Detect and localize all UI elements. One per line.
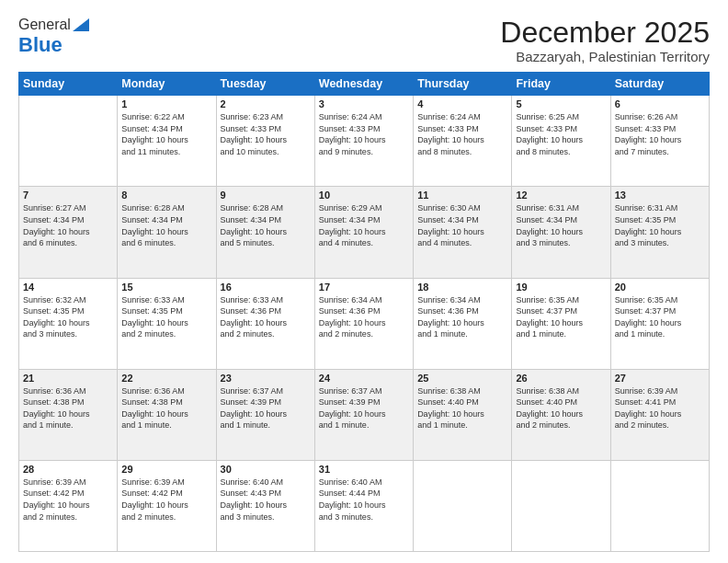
week-row-1: 1Sunrise: 6:22 AM Sunset: 4:34 PM Daylig… xyxy=(19,96,710,187)
day-info: Sunrise: 6:39 AM Sunset: 4:42 PM Dayligh… xyxy=(121,477,211,523)
calendar-cell: 17Sunrise: 6:34 AM Sunset: 4:36 PM Dayli… xyxy=(314,278,413,369)
day-info: Sunrise: 6:26 AM Sunset: 4:33 PM Dayligh… xyxy=(615,111,705,157)
day-number: 16 xyxy=(221,282,311,293)
day-number: 19 xyxy=(516,282,606,293)
calendar-cell: 30Sunrise: 6:40 AM Sunset: 4:43 PM Dayli… xyxy=(216,460,314,551)
day-number: 17 xyxy=(319,282,409,293)
calendar-cell: 16Sunrise: 6:33 AM Sunset: 4:36 PM Dayli… xyxy=(216,278,314,369)
day-info: Sunrise: 6:39 AM Sunset: 4:42 PM Dayligh… xyxy=(23,477,113,523)
calendar-body: 1Sunrise: 6:22 AM Sunset: 4:34 PM Daylig… xyxy=(19,96,710,552)
day-info: Sunrise: 6:35 AM Sunset: 4:37 PM Dayligh… xyxy=(516,294,606,340)
day-info: Sunrise: 6:39 AM Sunset: 4:41 PM Dayligh… xyxy=(615,385,705,431)
day-number: 13 xyxy=(615,190,705,201)
day-number: 30 xyxy=(221,464,311,475)
day-info: Sunrise: 6:37 AM Sunset: 4:39 PM Dayligh… xyxy=(319,385,409,431)
week-row-5: 28Sunrise: 6:39 AM Sunset: 4:42 PM Dayli… xyxy=(19,460,710,551)
day-number: 31 xyxy=(319,464,409,475)
logo-blue-text: Blue xyxy=(18,33,63,57)
day-number: 8 xyxy=(121,190,211,201)
weekday-tuesday: Tuesday xyxy=(216,73,314,96)
day-number: 12 xyxy=(516,190,606,201)
day-number: 10 xyxy=(319,190,409,201)
day-number: 23 xyxy=(221,373,311,384)
day-info: Sunrise: 6:34 AM Sunset: 4:36 PM Dayligh… xyxy=(417,294,507,340)
calendar-cell: 7Sunrise: 6:27 AM Sunset: 4:34 PM Daylig… xyxy=(19,187,118,278)
day-number: 28 xyxy=(23,464,113,475)
weekday-sunday: Sunday xyxy=(19,73,118,96)
day-info: Sunrise: 6:36 AM Sunset: 4:38 PM Dayligh… xyxy=(121,385,211,431)
calendar-cell: 10Sunrise: 6:29 AM Sunset: 4:34 PM Dayli… xyxy=(314,187,413,278)
calendar-cell: 18Sunrise: 6:34 AM Sunset: 4:36 PM Dayli… xyxy=(414,278,512,369)
day-number: 25 xyxy=(417,373,507,384)
day-number: 14 xyxy=(23,282,113,293)
weekday-monday: Monday xyxy=(118,73,216,96)
day-info: Sunrise: 6:33 AM Sunset: 4:35 PM Dayligh… xyxy=(121,294,211,340)
week-row-4: 21Sunrise: 6:36 AM Sunset: 4:38 PM Dayli… xyxy=(19,369,710,460)
day-info: Sunrise: 6:40 AM Sunset: 4:43 PM Dayligh… xyxy=(221,477,311,523)
day-info: Sunrise: 6:38 AM Sunset: 4:40 PM Dayligh… xyxy=(516,385,606,431)
calendar-cell: 19Sunrise: 6:35 AM Sunset: 4:37 PM Dayli… xyxy=(512,278,610,369)
day-number: 22 xyxy=(121,373,211,384)
day-info: Sunrise: 6:30 AM Sunset: 4:34 PM Dayligh… xyxy=(417,202,507,248)
location: Bazzaryah, Palestinian Territory xyxy=(500,49,710,64)
day-number: 11 xyxy=(417,190,507,201)
day-number: 15 xyxy=(121,282,211,293)
day-info: Sunrise: 6:29 AM Sunset: 4:34 PM Dayligh… xyxy=(319,202,409,248)
day-number: 29 xyxy=(121,464,211,475)
header: General Blue December 2025 Bazzaryah, Pa… xyxy=(18,17,710,64)
calendar-cell: 6Sunrise: 6:26 AM Sunset: 4:33 PM Daylig… xyxy=(610,96,709,187)
calendar-cell: 20Sunrise: 6:35 AM Sunset: 4:37 PM Dayli… xyxy=(610,278,709,369)
page: General Blue December 2025 Bazzaryah, Pa… xyxy=(0,0,728,563)
calendar-cell: 15Sunrise: 6:33 AM Sunset: 4:35 PM Dayli… xyxy=(118,278,216,369)
day-number: 4 xyxy=(417,98,507,109)
day-number: 5 xyxy=(516,98,606,109)
day-number: 20 xyxy=(615,282,705,293)
day-number: 21 xyxy=(23,373,113,384)
day-info: Sunrise: 6:35 AM Sunset: 4:37 PM Dayligh… xyxy=(615,294,705,340)
calendar-cell: 5Sunrise: 6:25 AM Sunset: 4:33 PM Daylig… xyxy=(512,96,610,187)
day-info: Sunrise: 6:38 AM Sunset: 4:40 PM Dayligh… xyxy=(417,385,507,431)
title-block: December 2025 Bazzaryah, Palestinian Ter… xyxy=(500,17,710,64)
calendar-cell: 13Sunrise: 6:31 AM Sunset: 4:35 PM Dayli… xyxy=(610,187,709,278)
weekday-header-row: SundayMondayTuesdayWednesdayThursdayFrid… xyxy=(19,73,710,96)
day-info: Sunrise: 6:25 AM Sunset: 4:33 PM Dayligh… xyxy=(516,111,606,157)
calendar-cell xyxy=(610,460,709,551)
day-info: Sunrise: 6:27 AM Sunset: 4:34 PM Dayligh… xyxy=(23,202,113,248)
day-number: 6 xyxy=(615,98,705,109)
day-number: 7 xyxy=(23,190,113,201)
day-number: 26 xyxy=(516,373,606,384)
calendar-cell: 8Sunrise: 6:28 AM Sunset: 4:34 PM Daylig… xyxy=(118,187,216,278)
calendar-cell: 29Sunrise: 6:39 AM Sunset: 4:42 PM Dayli… xyxy=(118,460,216,551)
svg-marker-0 xyxy=(73,18,89,31)
calendar-cell: 14Sunrise: 6:32 AM Sunset: 4:35 PM Dayli… xyxy=(19,278,118,369)
calendar-cell xyxy=(19,96,118,187)
day-info: Sunrise: 6:33 AM Sunset: 4:36 PM Dayligh… xyxy=(221,294,311,340)
calendar-cell: 31Sunrise: 6:40 AM Sunset: 4:44 PM Dayli… xyxy=(314,460,413,551)
day-number: 9 xyxy=(221,190,311,201)
calendar-cell: 28Sunrise: 6:39 AM Sunset: 4:42 PM Dayli… xyxy=(19,460,118,551)
day-info: Sunrise: 6:40 AM Sunset: 4:44 PM Dayligh… xyxy=(319,477,409,523)
weekday-friday: Friday xyxy=(512,73,610,96)
day-info: Sunrise: 6:24 AM Sunset: 4:33 PM Dayligh… xyxy=(319,111,409,157)
day-info: Sunrise: 6:24 AM Sunset: 4:33 PM Dayligh… xyxy=(417,111,507,157)
calendar-cell: 9Sunrise: 6:28 AM Sunset: 4:34 PM Daylig… xyxy=(216,187,314,278)
calendar-cell: 24Sunrise: 6:37 AM Sunset: 4:39 PM Dayli… xyxy=(314,369,413,460)
day-number: 27 xyxy=(615,373,705,384)
calendar-cell: 12Sunrise: 6:31 AM Sunset: 4:34 PM Dayli… xyxy=(512,187,610,278)
day-info: Sunrise: 6:34 AM Sunset: 4:36 PM Dayligh… xyxy=(319,294,409,340)
calendar-cell: 21Sunrise: 6:36 AM Sunset: 4:38 PM Dayli… xyxy=(19,369,118,460)
weekday-saturday: Saturday xyxy=(610,73,709,96)
logo-general-text: General xyxy=(18,17,71,33)
calendar-cell: 23Sunrise: 6:37 AM Sunset: 4:39 PM Dayli… xyxy=(216,369,314,460)
day-number: 3 xyxy=(319,98,409,109)
calendar-cell: 26Sunrise: 6:38 AM Sunset: 4:40 PM Dayli… xyxy=(512,369,610,460)
day-info: Sunrise: 6:36 AM Sunset: 4:38 PM Dayligh… xyxy=(23,385,113,431)
week-row-2: 7Sunrise: 6:27 AM Sunset: 4:34 PM Daylig… xyxy=(19,187,710,278)
day-number: 1 xyxy=(121,98,211,109)
logo: General Blue xyxy=(18,17,89,57)
calendar-cell xyxy=(512,460,610,551)
calendar: SundayMondayTuesdayWednesdayThursdayFrid… xyxy=(18,72,710,552)
day-info: Sunrise: 6:31 AM Sunset: 4:34 PM Dayligh… xyxy=(516,202,606,248)
day-info: Sunrise: 6:32 AM Sunset: 4:35 PM Dayligh… xyxy=(23,294,113,340)
day-info: Sunrise: 6:22 AM Sunset: 4:34 PM Dayligh… xyxy=(121,111,211,157)
